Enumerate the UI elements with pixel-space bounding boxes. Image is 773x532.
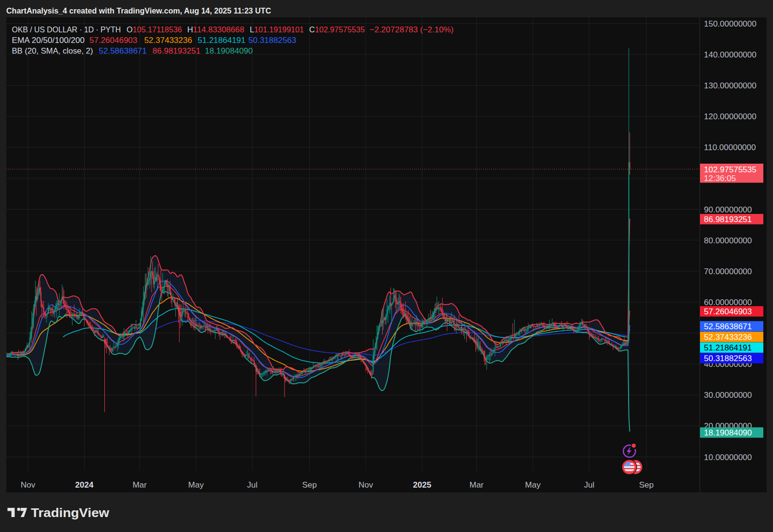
svg-text:57.26046903: 57.26046903 <box>89 36 137 45</box>
svg-text:52.58638671: 52.58638671 <box>704 322 752 331</box>
svg-text:140.00000000: 140.00000000 <box>704 50 757 59</box>
svg-text:86.98193251: 86.98193251 <box>153 46 200 56</box>
svg-text:Jul: Jul <box>247 480 258 490</box>
svg-text:Jul: Jul <box>584 480 595 490</box>
svg-text:130.00000000: 130.00000000 <box>704 81 757 90</box>
svg-text:H114.83308668: H114.83308668 <box>187 25 244 34</box>
svg-text:Sep: Sep <box>639 480 654 490</box>
svg-text:L101.19199101: L101.19199101 <box>250 25 304 34</box>
svg-text:57.26046903: 57.26046903 <box>704 307 752 316</box>
svg-text:30.00000000: 30.00000000 <box>704 391 752 400</box>
svg-text:Mar: Mar <box>470 480 484 490</box>
svg-text:120.00000000: 120.00000000 <box>704 112 757 121</box>
svg-text:BB (20, SMA, close, 2): BB (20, SMA, close, 2) <box>12 46 93 56</box>
svg-text:51.21864191: 51.21864191 <box>704 343 752 352</box>
svg-text:110.00000000: 110.00000000 <box>704 143 756 152</box>
svg-text:51.21864191: 51.21864191 <box>198 36 245 45</box>
svg-text:ChartAnalysis_4 created with T: ChartAnalysis_4 created with TradingView… <box>6 6 271 15</box>
svg-text:90.00000000: 90.00000000 <box>704 205 752 214</box>
svg-text:102.97575535: 102.97575535 <box>704 165 757 174</box>
svg-text:EMA 20/50/100/200: EMA 20/50/100/200 <box>12 36 85 45</box>
svg-text:O105.17118536: O105.17118536 <box>127 25 182 34</box>
svg-text:Sep: Sep <box>302 480 316 490</box>
svg-text:60.00000000: 60.00000000 <box>704 298 752 307</box>
svg-text:OKB / US DOLLAR · 1D · PYTH: OKB / US DOLLAR · 1D · PYTH <box>12 25 121 34</box>
svg-text:Nov: Nov <box>21 480 36 490</box>
svg-text:18.19084090: 18.19084090 <box>205 46 253 56</box>
svg-text:C102.97575535: C102.97575535 <box>309 25 365 34</box>
svg-text:50.31882563: 50.31882563 <box>704 354 752 363</box>
svg-text:50.31882563: 50.31882563 <box>248 36 296 45</box>
svg-text:150.00000000: 150.00000000 <box>704 19 757 28</box>
svg-text:May: May <box>525 480 541 490</box>
svg-text:Mar: Mar <box>132 480 147 490</box>
svg-text:May: May <box>188 480 204 490</box>
svg-text:2024: 2024 <box>75 480 94 490</box>
svg-text:80.00000000: 80.00000000 <box>704 236 752 245</box>
svg-text:2025: 2025 <box>413 480 431 490</box>
svg-text:Nov: Nov <box>358 480 373 490</box>
svg-text:10.00000000: 10.00000000 <box>704 453 752 462</box>
svg-text:70.00000000: 70.00000000 <box>704 267 752 276</box>
svg-text:TradingView: TradingView <box>31 505 110 520</box>
svg-text:52.58638671: 52.58638671 <box>99 46 147 56</box>
svg-text:86.98193251: 86.98193251 <box>704 215 752 224</box>
svg-text:−2.20728783 (−2.10%): −2.20728783 (−2.10%) <box>370 25 454 34</box>
svg-text:18.19084090: 18.19084090 <box>704 428 752 437</box>
svg-text:52.37433236: 52.37433236 <box>144 36 192 45</box>
svg-text:52.37433236: 52.37433236 <box>704 333 752 342</box>
svg-text:12:36:05: 12:36:05 <box>704 174 736 183</box>
